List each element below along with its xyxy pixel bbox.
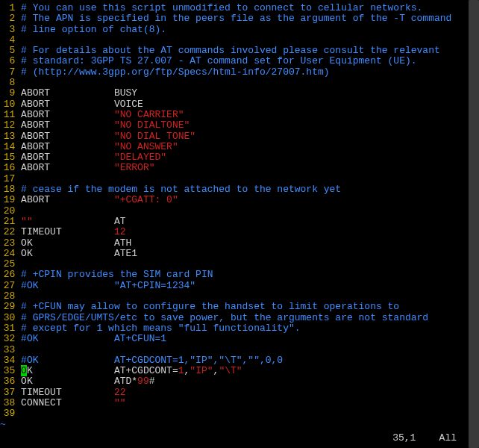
- line-number: 2: [0, 13, 15, 24]
- line-number: 22: [0, 227, 15, 237]
- line-number: 13: [0, 131, 15, 142]
- line-number: 29: [0, 302, 15, 312]
- empty-line-marker: ~: [0, 420, 479, 430]
- line-number: 11: [0, 110, 15, 120]
- line-number: 28: [0, 291, 15, 302]
- text-cursor: O: [21, 365, 27, 376]
- line-number: 8: [0, 78, 15, 88]
- line-number: 23: [0, 238, 15, 249]
- scrollbar-thumb[interactable]: [469, 0, 479, 448]
- line-number: 36: [0, 376, 15, 387]
- line-number: 4: [0, 35, 15, 46]
- code-editor[interactable]: 1# You can use this script unmodified to…: [0, 3, 479, 433]
- line-number: 27: [0, 281, 15, 291]
- line-number: 19: [0, 195, 15, 205]
- line-number: 20: [0, 206, 15, 217]
- line-number: 32: [0, 334, 15, 344]
- line-number: 33: [0, 345, 15, 355]
- cursor-position: 35,1: [392, 432, 416, 444]
- line-number: 24: [0, 249, 15, 259]
- line-number: 31: [0, 323, 15, 334]
- line-number: 16: [0, 163, 15, 173]
- line-number: 37: [0, 388, 15, 398]
- line-number: 21: [0, 217, 15, 227]
- line-number: 25: [0, 259, 15, 270]
- vertical-scrollbar[interactable]: [469, 0, 479, 448]
- line-number: 35: [0, 366, 15, 376]
- line-number: 3: [0, 25, 15, 35]
- line-number: 39: [0, 408, 15, 419]
- line-number: 7: [0, 67, 15, 78]
- line-number: 17: [0, 174, 15, 184]
- line-number: 38: [0, 398, 15, 408]
- line-number: 15: [0, 152, 15, 163]
- line-number: 6: [0, 56, 15, 66]
- line-number: 30: [0, 313, 15, 323]
- line-number: 14: [0, 142, 15, 152]
- line-number: 5: [0, 46, 15, 56]
- line-number: 34: [0, 355, 15, 366]
- line-number: 18: [0, 184, 15, 195]
- line-number: 1: [0, 3, 15, 13]
- line-number: 12: [0, 120, 15, 131]
- line-number: 26: [0, 270, 15, 280]
- line-number: 9: [0, 88, 15, 99]
- status-bar: 35,1 All: [375, 433, 457, 445]
- line-number: 10: [0, 99, 15, 110]
- scroll-indicator: All: [439, 432, 457, 444]
